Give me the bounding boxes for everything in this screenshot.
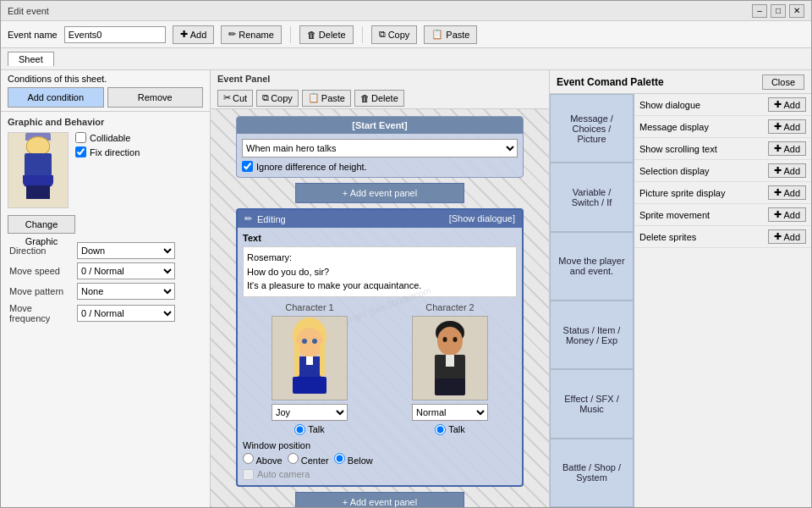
plus8-icon: ✚ — [774, 209, 782, 220]
copy-button[interactable]: ⧉ Copy — [371, 25, 418, 44]
paste-event-button[interactable]: 📋 Paste — [302, 90, 351, 107]
remove-condition-button[interactable]: Remove — [107, 87, 204, 108]
sprite-legs — [26, 185, 50, 199]
close-button[interactable]: ✕ — [789, 4, 804, 18]
add-picture-sprite-button[interactable]: ✚ Add — [768, 185, 806, 200]
move-speed-select[interactable]: 0 / Normal1 / Slow2 / Fast — [77, 262, 175, 279]
event-panel-header: Event Panel — [211, 70, 549, 87]
svg-point-3 — [312, 339, 317, 344]
event-canvas: Copyright Sam300dotcom [Start Event] Whe… — [211, 109, 549, 507]
char1-portrait — [272, 316, 348, 400]
char1-talk-row: Talk — [294, 424, 325, 435]
category-effect-label: Effect / SFX /Music — [564, 394, 619, 414]
graphic-section: Graphic and Behavior — [1, 112, 210, 507]
direction-select[interactable]: DownUpLeftRight — [77, 242, 175, 259]
pos-above-radio[interactable] — [243, 453, 254, 464]
palette-item: Show scrolling text ✚ Add — [634, 138, 811, 160]
pencil2-icon: ✏ — [244, 213, 252, 224]
add-condition-button[interactable]: Add condition — [8, 87, 104, 108]
paste-button[interactable]: 📋 Paste — [424, 25, 477, 44]
pencil-icon: ✏ — [228, 29, 236, 40]
plus-icon: ✚ — [180, 29, 188, 40]
pos-center-row: Center — [288, 453, 329, 466]
palette-categories: Message /Choices /Picture Variable /Swit… — [550, 94, 634, 507]
window-position-section: Window position Above Center — [243, 440, 517, 466]
move-pattern-label: Move pattern — [8, 281, 75, 301]
copy-icon: ⧉ — [379, 29, 386, 40]
pos-center-radio[interactable] — [288, 453, 299, 464]
add-button[interactable]: ✚ Add — [173, 25, 215, 44]
tab-sheet[interactable]: Sheet — [8, 52, 54, 66]
category-move[interactable]: Move the playerand event. — [550, 232, 634, 301]
main-area: Conditions of this sheet. Add condition … — [1, 70, 811, 507]
category-move-label: Move the playerand event. — [558, 256, 624, 276]
move-frequency-select[interactable]: 0 / Normal1 / Low2 / High — [77, 305, 175, 322]
plus5-icon: ✚ — [774, 143, 782, 154]
add-message-display-button[interactable]: ✚ Add — [768, 119, 806, 134]
item-sprite-movement: Sprite movement — [639, 210, 768, 220]
add-sprite-movement-button[interactable]: ✚ Add — [768, 207, 806, 222]
collidable-checkbox[interactable] — [75, 132, 86, 143]
item-show-dialogue: Show dialogue — [639, 100, 768, 110]
item-message-display: Message display — [639, 122, 768, 132]
category-variable-label: Variable /Switch / If — [572, 187, 612, 207]
pos-below-radio[interactable] — [334, 453, 345, 464]
copy-event-button[interactable]: ⧉ Copy — [256, 90, 299, 107]
category-effect[interactable]: Effect / SFX /Music — [550, 369, 634, 438]
dialogue-header-left: ✏ Editing — [244, 213, 286, 224]
svg-rect-5 — [306, 356, 313, 365]
add-show-dialogue-button[interactable]: ✚ Add — [768, 97, 806, 112]
palette-item: Selection display ✚ Add — [634, 160, 811, 182]
rename-button[interactable]: ✏ Rename — [221, 25, 282, 44]
add-delete-sprites-button[interactable]: ✚ Add — [768, 229, 806, 244]
event-name-input[interactable] — [64, 26, 166, 43]
cut-button[interactable]: ✂ Cut — [217, 90, 253, 107]
char1-label: Character 1 — [285, 302, 333, 312]
tabs-row: Sheet — [1, 48, 811, 70]
char2-talk-radio[interactable] — [435, 424, 446, 435]
separator — [290, 26, 291, 43]
table-row: Move speed 0 / Normal1 / Slow2 / Fast — [8, 261, 203, 281]
palette-close-button[interactable]: Close — [762, 75, 804, 90]
fix-direction-checkbox[interactable] — [75, 146, 86, 157]
category-battle-label: Battle / Shop /System — [562, 462, 621, 483]
minimize-button[interactable]: – — [752, 4, 767, 18]
char1-talk-radio[interactable] — [294, 424, 305, 435]
window-title: Edit event — [8, 6, 49, 16]
char2-portrait — [412, 316, 488, 400]
add-scrolling-text-button[interactable]: ✚ Add — [768, 141, 806, 156]
trash2-icon: 🗑 — [360, 93, 370, 103]
svg-point-11 — [443, 337, 447, 342]
category-battle[interactable]: Battle / Shop /System — [550, 439, 634, 507]
dialogue-header: ✏ Editing [Show dialogue] — [238, 210, 522, 228]
trigger-select[interactable]: When main hero talks When touched Parall… — [242, 139, 518, 157]
category-message[interactable]: Message /Choices /Picture — [550, 94, 634, 163]
change-graphic-button[interactable]: Change Graphic — [8, 215, 75, 234]
char2-select[interactable]: NormalNone — [412, 404, 488, 421]
palette-items-list: Show dialogue ✚ Add Message display ✚ Ad… — [634, 94, 811, 507]
item-selection-display: Selection display — [639, 166, 768, 176]
ignore-height-checkbox[interactable] — [242, 161, 253, 172]
event-toolbar: ✂ Cut ⧉ Copy 📋 Paste 🗑 Delete — [211, 87, 549, 109]
auto-camera-checkbox[interactable] — [243, 469, 254, 480]
right-panel: Event Comand Palette Close Message /Choi… — [549, 70, 811, 507]
char2-label: Character 2 — [425, 302, 474, 312]
delete-button[interactable]: 🗑 Delete — [299, 25, 354, 44]
show-dialogue-label: [Show dialogue] — [449, 213, 515, 224]
category-variable[interactable]: Variable /Switch / If — [550, 163, 634, 231]
add-event-panel-button2[interactable]: + Add event panel — [295, 492, 464, 508]
char1-select[interactable]: JoyNone — [272, 404, 348, 421]
add-selection-display-button[interactable]: ✚ Add — [768, 163, 806, 178]
category-status[interactable]: Status / Item /Money / Exp — [550, 301, 634, 369]
delete-event-button[interactable]: 🗑 Delete — [354, 90, 404, 107]
graphic-options: Collidable Fix direction — [75, 132, 140, 208]
plus9-icon: ✚ — [774, 231, 782, 242]
maximize-button[interactable]: □ — [771, 4, 786, 18]
auto-camera-label: Auto camera — [257, 469, 310, 479]
char2-talk-row: Talk — [435, 424, 465, 435]
graphic-content: Collidable Fix direction — [8, 132, 203, 208]
copy2-icon: ⧉ — [262, 92, 269, 103]
palette-content: Message /Choices /Picture Variable /Swit… — [550, 94, 811, 507]
move-pattern-select[interactable]: NoneRandomCustom — [77, 283, 175, 300]
add-event-panel-button[interactable]: + Add event panel — [295, 183, 464, 203]
